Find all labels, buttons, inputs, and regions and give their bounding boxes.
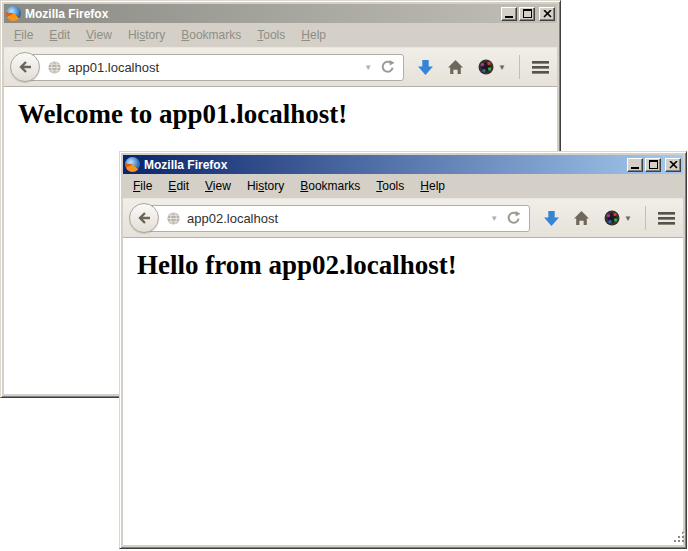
home-button[interactable] bbox=[573, 210, 590, 227]
app-menu-button[interactable] bbox=[532, 61, 549, 74]
reload-icon[interactable] bbox=[506, 210, 522, 226]
menu-label-post: ile bbox=[21, 28, 33, 42]
home-button[interactable] bbox=[447, 59, 464, 76]
menu-label-post: ools bbox=[382, 179, 404, 193]
download-arrow-icon bbox=[543, 210, 560, 227]
menu-label-post: iew bbox=[213, 179, 231, 193]
menu-label-post: dit bbox=[57, 28, 70, 42]
menu-view[interactable]: View bbox=[197, 176, 239, 196]
url-text: app01.localhost bbox=[68, 60, 356, 75]
chevron-down-icon: ▼ bbox=[498, 63, 506, 72]
urlbar-dropdown-icon[interactable]: ▼ bbox=[362, 61, 374, 74]
menu-label-post: tory bbox=[145, 28, 165, 42]
back-button[interactable] bbox=[10, 52, 40, 82]
menu-help[interactable]: Help bbox=[412, 176, 453, 196]
toolbar-separator bbox=[645, 206, 646, 230]
menu-edit[interactable]: Edit bbox=[41, 25, 78, 45]
urlbar-dropdown-icon[interactable]: ▼ bbox=[488, 212, 500, 225]
url-bar[interactable]: app02.localhost ▼ bbox=[143, 205, 530, 232]
minimize-icon bbox=[631, 167, 639, 169]
page-heading: Hello from app02.localhost! bbox=[137, 250, 683, 281]
menu-label-accel: H bbox=[301, 28, 310, 42]
window-controls bbox=[501, 7, 555, 21]
menu-bar: File Edit View History Bookmarks Tools H… bbox=[4, 23, 557, 47]
minimize-button[interactable] bbox=[627, 158, 643, 172]
download-arrow-icon bbox=[417, 59, 434, 76]
resize-grip-icon bbox=[672, 530, 685, 543]
close-button[interactable] bbox=[539, 7, 555, 21]
window-title: Mozilla Firefox bbox=[140, 158, 627, 172]
navigation-toolbar: app02.localhost ▼ ▼ bbox=[123, 198, 683, 238]
maximize-icon bbox=[649, 160, 658, 169]
titlebar[interactable]: Mozilla Firefox bbox=[123, 155, 683, 174]
menu-label-accel: H bbox=[420, 179, 429, 193]
menu-history[interactable]: History bbox=[239, 176, 292, 196]
window-title: Mozilla Firefox bbox=[21, 7, 501, 21]
menu-label-post: elp bbox=[429, 179, 445, 193]
menu-label-post: ookmarks bbox=[308, 179, 360, 193]
menu-label-post: ools bbox=[263, 28, 285, 42]
home-icon bbox=[573, 210, 590, 227]
back-button[interactable] bbox=[129, 203, 159, 233]
menu-label-post: elp bbox=[310, 28, 326, 42]
menu-label-accel: V bbox=[86, 28, 94, 42]
minimize-icon bbox=[505, 16, 513, 18]
maximize-button[interactable] bbox=[519, 7, 535, 21]
firefox-logo-icon bbox=[125, 157, 140, 172]
menu-file[interactable]: File bbox=[125, 176, 160, 196]
app-menu-button[interactable] bbox=[658, 212, 675, 225]
toolbar-separator bbox=[519, 55, 520, 79]
menu-view[interactable]: View bbox=[78, 25, 120, 45]
globe-icon bbox=[166, 211, 181, 226]
navigation-toolbar: app01.localhost ▼ ▼ bbox=[4, 47, 557, 87]
url-text: app02.localhost bbox=[187, 211, 482, 226]
close-icon bbox=[669, 161, 678, 169]
browser-window-app02: Mozilla Firefox File Edit View History B… bbox=[119, 151, 687, 549]
downloads-button[interactable] bbox=[543, 210, 560, 227]
maximize-icon bbox=[523, 9, 532, 18]
menu-bookmarks[interactable]: Bookmarks bbox=[292, 176, 368, 196]
back-arrow-icon bbox=[17, 59, 33, 75]
page-heading: Welcome to app01.localhost! bbox=[18, 99, 557, 130]
url-bar[interactable]: app01.localhost ▼ bbox=[24, 54, 404, 81]
maximize-button[interactable] bbox=[645, 158, 661, 172]
menu-label-pre: Hi bbox=[247, 179, 258, 193]
menu-label-post: ile bbox=[140, 179, 152, 193]
menu-bar: File Edit View History Bookmarks Tools H… bbox=[123, 174, 683, 198]
titlebar[interactable]: Mozilla Firefox bbox=[4, 4, 557, 23]
menu-label-post: ookmarks bbox=[189, 28, 241, 42]
chevron-down-icon: ▼ bbox=[624, 214, 632, 223]
close-button[interactable] bbox=[665, 158, 681, 172]
globe-icon bbox=[47, 60, 62, 75]
lens-icon bbox=[603, 209, 621, 227]
menu-label-post: iew bbox=[94, 28, 112, 42]
lens-menu-button[interactable]: ▼ bbox=[477, 58, 506, 76]
menu-tools[interactable]: Tools bbox=[249, 25, 293, 45]
menu-file[interactable]: File bbox=[6, 25, 41, 45]
reload-icon[interactable] bbox=[380, 59, 396, 75]
back-arrow-icon bbox=[136, 210, 152, 226]
menu-label-pre: Hi bbox=[128, 28, 139, 42]
downloads-button[interactable] bbox=[417, 59, 434, 76]
minimize-button[interactable] bbox=[501, 7, 517, 21]
menu-edit[interactable]: Edit bbox=[160, 176, 197, 196]
page-content: Hello from app02.localhost! bbox=[123, 238, 683, 545]
menu-label-post: tory bbox=[264, 179, 284, 193]
menu-history[interactable]: History bbox=[120, 25, 173, 45]
lens-menu-button[interactable]: ▼ bbox=[603, 209, 632, 227]
lens-icon bbox=[477, 58, 495, 76]
menu-help[interactable]: Help bbox=[293, 25, 334, 45]
firefox-logo-icon bbox=[6, 6, 21, 21]
menu-tools[interactable]: Tools bbox=[368, 176, 412, 196]
menu-label-accel: V bbox=[205, 179, 213, 193]
menu-label-post: dit bbox=[176, 179, 189, 193]
home-icon bbox=[447, 59, 464, 76]
menu-bookmarks[interactable]: Bookmarks bbox=[173, 25, 249, 45]
hamburger-icon bbox=[658, 212, 675, 215]
resize-grip[interactable] bbox=[672, 529, 685, 547]
window-controls bbox=[627, 158, 681, 172]
close-icon bbox=[543, 10, 552, 18]
hamburger-icon bbox=[532, 61, 549, 64]
